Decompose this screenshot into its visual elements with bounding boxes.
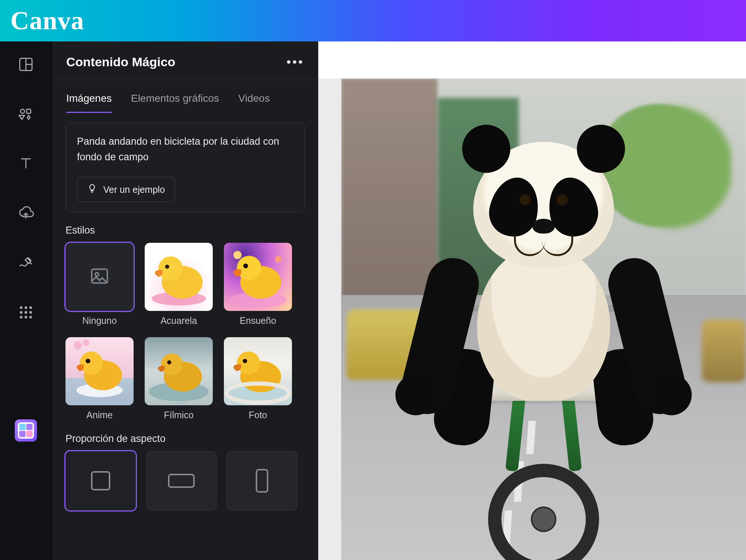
svg-point-34	[85, 359, 90, 363]
svg-point-3	[20, 109, 24, 113]
svg-point-12	[20, 311, 23, 313]
magic-content-panel: Contenido Mágico ••• Imágenes Elementos …	[52, 41, 318, 560]
templates-icon[interactable]	[18, 56, 34, 73]
draw-icon[interactable]	[18, 255, 34, 271]
see-example-label: Ver un ejemplo	[103, 184, 165, 195]
style-label: Acuarela	[161, 315, 197, 326]
svg-point-23	[165, 265, 169, 269]
svg-point-17	[29, 316, 32, 318]
style-label: Ninguno	[82, 315, 117, 326]
lightbulb-icon	[87, 183, 97, 196]
svg-point-44	[243, 359, 247, 363]
svg-point-33	[80, 352, 103, 375]
canvas-surface[interactable]	[318, 78, 746, 560]
svg-point-14	[29, 311, 32, 313]
portrait-icon	[256, 469, 268, 493]
svg-point-13	[24, 311, 27, 313]
style-option-dreamy[interactable]: Ensueño	[224, 243, 292, 326]
svg-point-35	[74, 341, 82, 349]
aspect-square[interactable]	[65, 451, 136, 510]
styles-heading: Estilos	[52, 212, 318, 243]
svg-point-39	[161, 353, 183, 375]
svg-point-15	[20, 316, 23, 318]
svg-point-19	[95, 273, 98, 276]
style-option-watercolor[interactable]: Acuarela	[145, 243, 213, 326]
tab-images[interactable]: Imágenes	[66, 93, 112, 113]
aspect-ratio-options	[52, 451, 318, 525]
top-brand-bar: Canva	[0, 0, 746, 41]
image-placeholder-icon	[89, 266, 110, 288]
aspect-landscape[interactable]	[146, 451, 216, 510]
style-option-filmic[interactable]: Fílmico	[145, 337, 213, 420]
magic-media-app-icon[interactable]	[15, 419, 37, 442]
left-rail	[0, 41, 52, 560]
svg-point-43	[237, 352, 260, 375]
svg-point-9	[20, 306, 23, 309]
main-layout: Contenido Mágico ••• Imágenes Elementos …	[0, 41, 746, 560]
style-option-anime[interactable]: Anime	[65, 337, 134, 420]
style-option-none[interactable]: Ninguno	[65, 243, 134, 326]
prompt-box: Panda andando en bicicleta por la ciudad…	[65, 123, 305, 212]
canva-logo: Canva	[10, 6, 84, 36]
artboard[interactable]	[341, 78, 746, 560]
generated-image-panda[interactable]	[341, 78, 746, 560]
apps-icon[interactable]	[18, 304, 34, 321]
canvas-toolbar	[318, 41, 746, 78]
svg-marker-5	[19, 115, 25, 120]
canvas-area	[318, 41, 746, 560]
see-example-button[interactable]: Ver un ejemplo	[77, 177, 175, 202]
svg-point-25	[275, 256, 282, 262]
panel-more-button[interactable]: •••	[286, 61, 304, 63]
text-icon[interactable]	[18, 155, 34, 172]
styles-grid: Ninguno Acuarela Ensueño Anime	[52, 243, 318, 420]
svg-point-40	[167, 361, 171, 365]
aspect-portrait[interactable]	[227, 451, 297, 510]
panel-title: Contenido Mágico	[66, 55, 175, 69]
aspect-heading: Proporción de aspecto	[52, 420, 318, 451]
elements-icon[interactable]	[18, 106, 34, 122]
style-label: Fílmico	[164, 410, 194, 420]
svg-point-16	[24, 316, 27, 318]
svg-point-22	[158, 256, 183, 281]
svg-point-10	[24, 306, 27, 309]
uploads-icon[interactable]	[18, 205, 34, 221]
style-label: Anime	[87, 410, 113, 420]
content-type-tabs: Imágenes Elementos gráficos Videos	[52, 80, 318, 113]
style-option-photo[interactable]: Foto	[224, 337, 292, 420]
svg-point-11	[29, 306, 32, 309]
tab-videos[interactable]: Videos	[238, 93, 270, 113]
landscape-icon	[168, 474, 195, 488]
style-label: Ensueño	[240, 315, 276, 326]
tab-graphics[interactable]: Elementos gráficos	[131, 93, 219, 113]
style-label: Foto	[249, 410, 267, 420]
square-icon	[91, 471, 110, 490]
svg-point-24	[233, 251, 242, 259]
svg-rect-4	[27, 109, 31, 113]
prompt-input[interactable]: Panda andando en bicicleta por la ciudad…	[77, 134, 293, 166]
svg-point-36	[83, 339, 89, 346]
svg-point-29	[243, 264, 248, 268]
svg-point-28	[237, 256, 261, 280]
